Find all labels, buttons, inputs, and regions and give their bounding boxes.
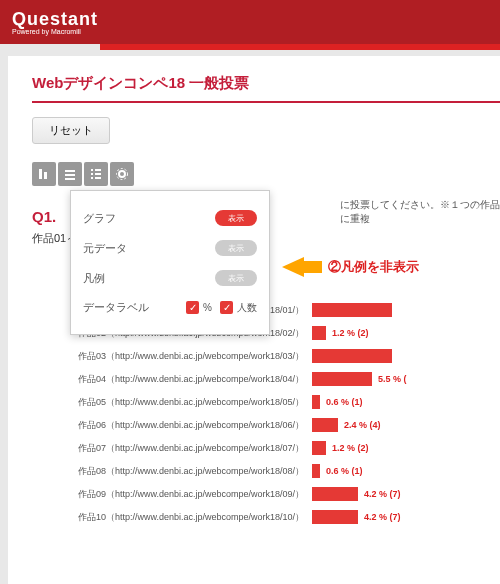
logo: Questant bbox=[12, 9, 98, 30]
popup-datalabel-label: データラベル bbox=[83, 300, 149, 315]
bar-row: 作品04（http://www.denbi.ac.jp/webcompe/wor… bbox=[32, 369, 500, 389]
bar-value: 1.2 % (2) bbox=[332, 443, 369, 453]
bar bbox=[312, 395, 320, 409]
bar-row: 作品06（http://www.denbi.ac.jp/webcompe/wor… bbox=[32, 415, 500, 435]
svg-point-11 bbox=[119, 171, 125, 177]
question-text-cont: に投票してください。※１つの作品に重複 bbox=[340, 198, 500, 226]
bar-value: 5.5 % ( bbox=[378, 374, 407, 384]
bar bbox=[312, 464, 320, 478]
page-title: Webデザインコンペ18 一般投票 bbox=[32, 74, 500, 103]
bar-label: 作品09（http://www.denbi.ac.jp/webcompe/wor… bbox=[32, 488, 312, 501]
bar-label: 作品10（http://www.denbi.ac.jp/webcompe/wor… bbox=[32, 511, 312, 524]
svg-rect-8 bbox=[95, 173, 101, 175]
arrow-icon bbox=[282, 257, 304, 277]
bar-row: 作品08（http://www.denbi.ac.jp/webcompe/wor… bbox=[32, 461, 500, 481]
settings-popup: グラフ 表示 元データ 表示 凡例 表示 データラベル ✓% ✓人数 bbox=[70, 190, 270, 335]
toolbar: グラフ 表示 元データ 表示 凡例 表示 データラベル ✓% ✓人数 bbox=[32, 162, 500, 186]
bar bbox=[312, 349, 392, 363]
bar-value: 0.6 % (1) bbox=[326, 466, 363, 476]
legend-toggle[interactable]: 表示 bbox=[215, 270, 257, 286]
list-view-icon[interactable] bbox=[58, 162, 82, 186]
bar-label: 作品04（http://www.denbi.ac.jp/webcompe/wor… bbox=[32, 373, 312, 386]
bar-value: 0.6 % (1) bbox=[326, 397, 363, 407]
svg-rect-2 bbox=[65, 170, 75, 172]
svg-rect-7 bbox=[91, 173, 93, 175]
bar-label: 作品03（http://www.denbi.ac.jp/webcompe/wor… bbox=[32, 350, 312, 363]
bar bbox=[312, 418, 338, 432]
popup-graph-label: グラフ bbox=[83, 211, 116, 226]
bar-value: 1.2 % (2) bbox=[332, 328, 369, 338]
popup-rawdata-label: 元データ bbox=[83, 241, 127, 256]
bar bbox=[312, 303, 392, 317]
bar bbox=[312, 510, 358, 524]
bar-label: 作品06（http://www.denbi.ac.jp/webcompe/wor… bbox=[32, 419, 312, 432]
detail-view-icon[interactable] bbox=[84, 162, 108, 186]
bar-row: 作品05（http://www.denbi.ac.jp/webcompe/wor… bbox=[32, 392, 500, 412]
svg-rect-1 bbox=[44, 172, 47, 179]
popup-legend-label: 凡例 bbox=[83, 271, 105, 286]
svg-rect-5 bbox=[91, 169, 93, 171]
svg-rect-0 bbox=[39, 169, 42, 179]
bar-label: 作品07（http://www.denbi.ac.jp/webcompe/wor… bbox=[32, 442, 312, 455]
bar bbox=[312, 372, 372, 386]
bar-row: 作品07（http://www.denbi.ac.jp/webcompe/wor… bbox=[32, 438, 500, 458]
bar-value: 4.2 % (7) bbox=[364, 489, 401, 499]
app-header: Questant Powered by Macromill bbox=[0, 0, 500, 44]
annotation-text: ②凡例を非表示 bbox=[328, 258, 419, 276]
reset-button[interactable]: リセット bbox=[32, 117, 110, 144]
bar bbox=[312, 326, 326, 340]
rawdata-toggle[interactable]: 表示 bbox=[215, 240, 257, 256]
bar bbox=[312, 441, 326, 455]
bar-value: 2.4 % (4) bbox=[344, 420, 381, 430]
annotation-callout: ②凡例を非表示 bbox=[282, 257, 419, 277]
bar-label: 作品08（http://www.denbi.ac.jp/webcompe/wor… bbox=[32, 465, 312, 478]
gear-icon[interactable] bbox=[110, 162, 134, 186]
chart-view-icon[interactable] bbox=[32, 162, 56, 186]
bar-row: 作品03（http://www.denbi.ac.jp/webcompe/wor… bbox=[32, 346, 500, 366]
percent-checkbox[interactable]: ✓% bbox=[186, 301, 212, 315]
svg-rect-4 bbox=[65, 178, 75, 180]
graph-toggle[interactable]: 表示 bbox=[215, 210, 257, 226]
count-checkbox[interactable]: ✓人数 bbox=[220, 301, 257, 315]
main-panel: Webデザインコンペ18 一般投票 リセット グラフ 表示 元データ 表示 凡例… bbox=[8, 56, 500, 584]
bar bbox=[312, 487, 358, 501]
svg-rect-3 bbox=[65, 174, 75, 176]
bar-label: 作品05（http://www.denbi.ac.jp/webcompe/wor… bbox=[32, 396, 312, 409]
bar-row: 作品10（http://www.denbi.ac.jp/webcompe/wor… bbox=[32, 507, 500, 527]
bar-row: 作品09（http://www.denbi.ac.jp/webcompe/wor… bbox=[32, 484, 500, 504]
bar-value: 4.2 % (7) bbox=[364, 512, 401, 522]
svg-rect-9 bbox=[91, 177, 93, 179]
svg-rect-6 bbox=[95, 169, 101, 171]
svg-rect-10 bbox=[95, 177, 101, 179]
accent-bar bbox=[100, 44, 500, 50]
